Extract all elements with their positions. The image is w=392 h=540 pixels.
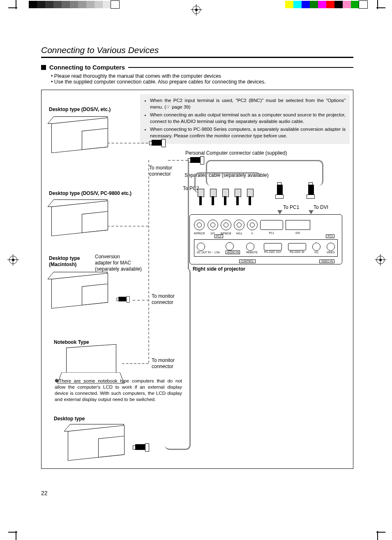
color-swatch	[326, 1, 334, 8]
desktop-computer-icon	[49, 199, 111, 236]
intro-bullet: Use the supplied computer connection cab…	[51, 79, 353, 85]
dashed-cable	[122, 363, 148, 364]
port-label: DC OUT 5V ⎓ 1.5A	[197, 251, 220, 254]
svideo-jack-icon	[312, 243, 321, 251]
vga-port-icon	[260, 220, 283, 230]
port-group-label: PC3	[326, 234, 334, 238]
label-conversion-adapter: Conversion	[95, 254, 120, 260]
label-desktop-dosv: Desktop type (DOS/V, etc.)	[49, 107, 111, 112]
color-swatch	[78, 1, 86, 8]
port-label: RS-232C OUT	[264, 250, 282, 253]
dashed-cable	[107, 226, 148, 227]
diagram-frame: When the PC2 input terminal is used, "PC…	[41, 90, 353, 469]
color-swatch	[334, 1, 343, 8]
note-bullet: When connecting an audio output terminal…	[150, 112, 346, 125]
label-to-pc1: To PC1	[283, 204, 299, 210]
color-swatch	[293, 1, 302, 8]
port-label: RS-232C IN	[288, 250, 306, 253]
label-desktop-mac: Desktop type	[49, 255, 80, 261]
dvi-port-icon	[286, 220, 310, 230]
crop-mark	[371, 2, 384, 14]
label-pc-cable: Personal Computer connector cable (suppl…	[185, 150, 287, 156]
dashed-cable	[107, 143, 152, 144]
title-rule	[41, 57, 353, 58]
page-number: 22	[41, 490, 48, 496]
port-group-label: VIDEO IN	[319, 260, 334, 263]
color-swatch	[70, 1, 78, 8]
color-swatch	[310, 1, 318, 8]
color-swatch	[302, 1, 310, 8]
serial-port-icon	[264, 243, 282, 250]
dc-out-icon	[197, 243, 205, 251]
color-swatch	[53, 1, 62, 8]
port-label: DVI	[286, 232, 310, 234]
color-swatch	[103, 1, 111, 8]
color-swatch	[86, 1, 95, 8]
bnc-jack-icon	[221, 220, 231, 230]
port-group-label: CONTROL	[239, 260, 256, 263]
cable-arc	[194, 172, 261, 193]
footnote-text: ✽There are some notebook type computers …	[55, 378, 182, 403]
label-conversion-adapter: adapter for MAC	[95, 260, 131, 266]
port-label: VIDEO	[327, 251, 335, 254]
vga-plug-icon	[149, 139, 168, 148]
section-marker-icon	[41, 65, 46, 70]
bnc-jack-icon	[234, 220, 244, 230]
mac-adapter-icon	[117, 296, 132, 303]
bnc-jack-icon	[194, 220, 205, 230]
desktop-computer-icon	[49, 271, 111, 308]
audio-jack-icon	[226, 242, 234, 250]
port-label: Y/C	[312, 251, 321, 254]
dashed-cable	[133, 300, 149, 301]
label-desktop-mac: (Macintosh)	[49, 262, 76, 267]
bnc-jack-icon	[208, 220, 218, 230]
registration-target-icon	[192, 6, 201, 14]
note-box: When the PC2 input terminal is used, "PC…	[140, 94, 350, 144]
remote-jack-icon	[246, 243, 254, 251]
color-swatch	[285, 1, 293, 8]
section-heading: Connecting to Computers	[49, 64, 125, 71]
cable-run	[188, 160, 191, 269]
color-swatch	[318, 1, 326, 8]
crop-mark	[10, 526, 22, 538]
arrow-down-icon	[309, 210, 314, 214]
label-right-side: Right side of projector	[193, 266, 245, 272]
page-title: Connecting to Various Devices	[41, 45, 353, 55]
arrow-down-icon	[277, 210, 282, 214]
color-swatch	[111, 1, 119, 8]
dashed-cable	[148, 160, 149, 363]
color-swatch	[45, 1, 53, 8]
color-swatch	[351, 1, 359, 8]
desktop-computer-icon	[49, 116, 111, 153]
port-label: R/PR/CR	[194, 232, 205, 235]
bnc-jack-icon	[247, 220, 258, 230]
crop-mark	[371, 526, 384, 538]
serial-port-icon	[288, 243, 306, 250]
color-swatch	[62, 1, 70, 8]
color-swatch	[343, 1, 351, 8]
video-jack-icon	[327, 243, 335, 251]
label-notebook: Notebook Type	[54, 339, 89, 345]
port-label: AUDIO IN	[226, 250, 240, 254]
note-bullet: When connecting to PC-9800 Series comput…	[150, 126, 346, 139]
intro-bullet: Please read thoroughly the manual that c…	[51, 73, 353, 79]
intro-bullet-list: Please read thoroughly the manual that c…	[51, 73, 353, 85]
projector-rear-panel: R/PR/CR G/Y B/PB/CB H/Cs	[189, 214, 342, 264]
registration-target-icon	[376, 256, 385, 264]
color-swatch	[359, 1, 367, 8]
crop-mark	[10, 2, 22, 14]
dashed-cable	[168, 160, 188, 161]
note-bullet: When the PC2 input terminal is used, "PC…	[150, 97, 346, 110]
label-to-monitor: To monitor	[149, 165, 172, 171]
color-bar-color	[285, 1, 367, 8]
port-label: H/Cs	[234, 232, 244, 235]
label-desktop-pc9800: Desktop type (DOS/V, PC-9800 etc.)	[49, 190, 131, 196]
port-group-label: PC2	[214, 234, 223, 238]
port-label: PC1	[260, 232, 283, 234]
vga-plug-icon	[133, 443, 152, 452]
label-to-dvi: To DVI	[314, 204, 328, 210]
color-swatch	[95, 1, 103, 8]
registration-target-icon	[9, 256, 17, 264]
section-rule	[128, 67, 353, 68]
cable-run	[165, 268, 191, 450]
